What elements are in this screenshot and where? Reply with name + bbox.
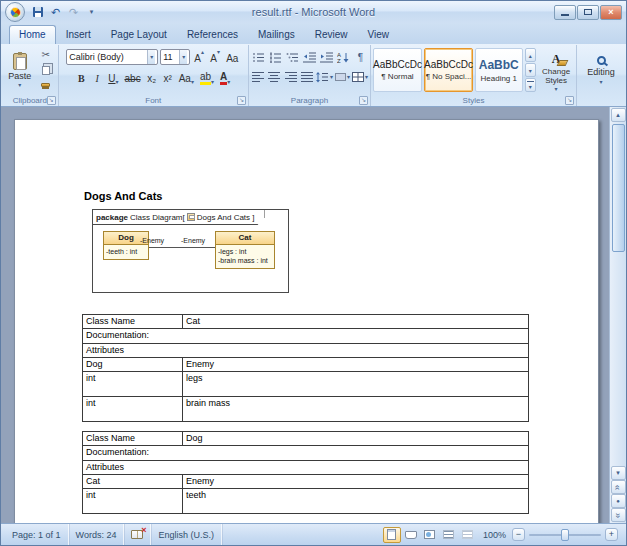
change-styles-button[interactable]: A Change Styles ▾ [538, 48, 574, 96]
paragraph-dialog-launcher[interactable]: ↘ [359, 96, 368, 105]
select-browse-object-button[interactable]: ● [611, 494, 626, 508]
web-layout-view-button[interactable] [421, 527, 439, 543]
bullets-button[interactable] [251, 49, 266, 65]
table-cell[interactable]: int [83, 489, 183, 514]
previous-page-button[interactable]: » [611, 480, 626, 494]
numbering-button[interactable] [268, 49, 283, 65]
word-count[interactable]: Words: 24 [69, 524, 125, 545]
font-name-combobox[interactable]: Calibri (Body)▾ [66, 49, 158, 65]
paste-button[interactable]: Paste ▾ [5, 47, 35, 93]
table-cell[interactable]: Attributes [83, 460, 529, 474]
styles-scroll-down-button[interactable]: ▾ [525, 63, 537, 77]
align-left-button[interactable] [251, 69, 265, 85]
table-cell[interactable]: Class Name [83, 315, 183, 329]
close-button[interactable]: × [600, 5, 622, 20]
style-normal[interactable]: AaBbCcDc ¶ Normal [373, 48, 422, 92]
qat-customize-button[interactable]: ▾ [83, 4, 100, 20]
proofing-status[interactable] [124, 524, 151, 545]
strikethrough-button[interactable]: abc [123, 69, 143, 85]
tab-references[interactable]: References [177, 25, 248, 44]
table-cell[interactable]: Attributes [83, 343, 529, 357]
table-cell[interactable]: Enemy [183, 357, 529, 371]
scroll-down-button[interactable]: ▾ [611, 466, 626, 480]
table-cell[interactable]: Enemy [183, 474, 529, 488]
borders-button[interactable]: ▾ [352, 69, 368, 85]
editing-menu-button[interactable]: Editing ▾ [579, 47, 623, 93]
next-page-button[interactable]: » [611, 508, 626, 522]
table-cell[interactable]: teeth [183, 489, 529, 514]
zoom-out-button[interactable]: − [512, 528, 525, 541]
table-cell[interactable]: brain mass [183, 397, 529, 422]
tab-home[interactable]: Home [9, 25, 56, 44]
table-cell[interactable]: legs [183, 372, 529, 397]
styles-gallery-more-button[interactable]: ▾ [525, 78, 537, 92]
show-hide-pilcrow-button[interactable]: ¶ [353, 49, 368, 65]
zoom-in-button[interactable]: + [605, 528, 618, 541]
print-layout-view-button[interactable] [383, 527, 401, 543]
page-indicator[interactable]: Page: 1 of 1 [5, 524, 69, 545]
uml-class-dog[interactable]: Dog -teeth : int [103, 231, 149, 260]
underline-button[interactable]: U▾ [106, 69, 120, 85]
tab-view[interactable]: View [358, 25, 400, 44]
copy-button[interactable] [37, 63, 55, 77]
italic-button[interactable]: I [90, 69, 104, 85]
subscript-button[interactable]: x₂ [145, 69, 159, 85]
shrink-font-button[interactable]: A▾ [208, 49, 222, 65]
undo-button[interactable]: ↶ [47, 4, 64, 20]
tab-review[interactable]: Review [305, 25, 358, 44]
save-button[interactable] [29, 4, 46, 20]
align-center-button[interactable] [267, 69, 281, 85]
font-dialog-launcher[interactable]: ↘ [237, 96, 246, 105]
vertical-scrollbar[interactable]: ▴ ▾ » ● » [609, 107, 626, 523]
scrollbar-thumb[interactable] [612, 124, 625, 252]
grow-font-button[interactable]: A▴ [192, 49, 206, 65]
align-right-button[interactable] [283, 69, 297, 85]
office-button[interactable] [5, 2, 25, 22]
minimize-button[interactable] [554, 5, 576, 20]
draft-view-button[interactable] [459, 527, 477, 543]
full-screen-reading-view-button[interactable] [402, 527, 420, 543]
table-cell[interactable]: Dog [83, 357, 183, 371]
text-highlight-button[interactable]: ab▾ [198, 69, 216, 85]
decrease-indent-button[interactable] [302, 49, 317, 65]
multilevel-list-button[interactable] [285, 49, 300, 65]
styles-scroll-up-button[interactable]: ▴ [525, 48, 537, 62]
language-indicator[interactable]: English (U.S.) [151, 524, 222, 545]
font-color-button[interactable]: A▾ [218, 69, 232, 85]
table-cell[interactable]: Documentation: [83, 446, 529, 460]
style-no-spacing[interactable]: AaBbCcDc ¶ No Spaci... [424, 48, 473, 92]
table-cell[interactable]: int [83, 397, 183, 422]
style-heading-1[interactable]: AaBbC Heading 1 [475, 48, 523, 92]
shading-button[interactable]: ▾ [335, 69, 350, 85]
tab-page-layout[interactable]: Page Layout [101, 25, 177, 44]
table-cell[interactable]: Dog [183, 432, 529, 446]
superscript-button[interactable]: x² [161, 69, 175, 85]
increase-indent-button[interactable] [319, 49, 334, 65]
tab-insert[interactable]: Insert [56, 25, 101, 44]
table-cell[interactable]: Documentation: [83, 329, 529, 343]
uml-class-cat[interactable]: Cat -legs : int -brain mass : int [215, 231, 275, 269]
format-painter-button[interactable] [37, 78, 55, 92]
outline-view-button[interactable] [440, 527, 458, 543]
zoom-thumb[interactable] [561, 529, 569, 541]
tab-mailings[interactable]: Mailings [248, 25, 305, 44]
clipboard-dialog-launcher[interactable]: ↘ [47, 96, 56, 105]
table-cell[interactable]: Class Name [83, 432, 183, 446]
table-cell[interactable]: int [83, 372, 183, 397]
cut-button[interactable]: ✂ [37, 48, 55, 62]
table-cell[interactable]: Cat [183, 315, 529, 329]
uml-package-frame[interactable]: package Class Diagram[ Dogs And Cats ] D… [92, 209, 289, 293]
scroll-up-button[interactable]: ▴ [611, 108, 626, 122]
clear-formatting-button[interactable]: Aa [224, 49, 240, 65]
zoom-level[interactable]: 100% [477, 530, 512, 540]
styles-dialog-launcher[interactable]: ↘ [565, 96, 574, 105]
page[interactable]: Dogs And Cats package Class Diagram[ Dog… [14, 119, 599, 523]
redo-button[interactable]: ↷ [65, 4, 82, 20]
line-spacing-button[interactable]: ▾ [316, 69, 333, 85]
font-size-combobox[interactable]: 11▾ [160, 49, 190, 65]
zoom-track[interactable] [529, 534, 601, 536]
maximize-button[interactable] [577, 5, 599, 20]
bold-button[interactable]: B [74, 69, 88, 85]
table-cell[interactable]: Cat [83, 474, 183, 488]
sort-button[interactable]: AZ [336, 49, 351, 65]
